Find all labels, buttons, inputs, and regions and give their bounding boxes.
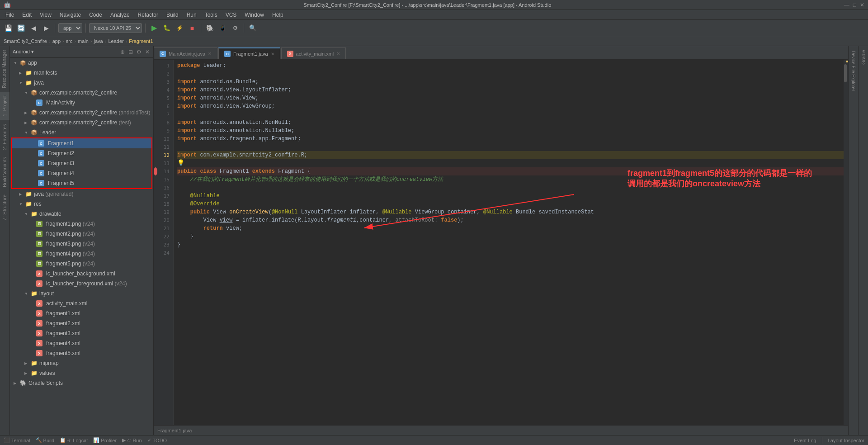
sync-icon[interactable]: ⊕ <box>119 48 126 56</box>
tree-item-fragment4-xml[interactable]: X fragment4.xml <box>10 338 153 348</box>
tree-item-fragment1-xml[interactable]: X fragment1.xml <box>10 308 153 318</box>
breadcrumb-main[interactable]: main <box>78 38 89 44</box>
tree-item-activity-main-xml[interactable]: X activity_main.xml <box>10 298 153 308</box>
todo-status[interactable]: ✓ TODO <box>147 437 167 443</box>
android-dropdown[interactable]: Android ▾ <box>13 49 34 55</box>
breadcrumb-project[interactable]: SmartCity2_Confire <box>4 38 47 44</box>
vertical-scrollbar[interactable] <box>844 60 848 425</box>
close-panel-icon[interactable]: ✕ <box>144 48 151 56</box>
close-button[interactable]: ✕ <box>860 2 864 8</box>
run-config-dropdown[interactable]: app <box>58 23 82 33</box>
menu-item-help[interactable]: Help <box>269 11 287 19</box>
tree-item-mainactivity[interactable]: C MainActivity <box>10 98 153 108</box>
tab-close-icon[interactable]: ✕ <box>271 52 274 57</box>
breadcrumb-leader[interactable]: Leader <box>108 38 123 44</box>
tree-item-java[interactable]: ▼ 📁 java <box>10 78 153 88</box>
tree-item-java-generated[interactable]: ▶ 📁 java (generated) <box>10 189 153 199</box>
tree-item-layout[interactable]: ▼ 📁 layout <box>10 289 153 298</box>
tree-item-fragment4-png[interactable]: 🖼 fragment4.png (v24) <box>10 249 153 259</box>
tab-fragment1[interactable]: C Fragment1.java ✕ <box>218 47 280 59</box>
menu-item-build[interactable]: Build <box>163 11 182 19</box>
tree-item-androidtest[interactable]: ▶ 📦 com.example.smartcity2_confire (andr… <box>10 108 153 118</box>
tree-item-ic-launcher-fg[interactable]: X ic_launcher_foreground.xml (v24) <box>10 279 153 289</box>
logcat-status[interactable]: 📋 6: Logcat <box>60 437 88 443</box>
tree-item-fragment4[interactable]: C Fragment4 <box>12 168 151 178</box>
back-button[interactable]: ◀ <box>28 23 39 33</box>
forward-button[interactable]: ▶ <box>41 23 52 33</box>
tab-activity-main[interactable]: X activity_main.xml ✕ <box>281 47 346 59</box>
tree-item-gradle-scripts[interactable]: ▶ 🐘 Gradle Scripts <box>10 378 153 388</box>
avd-button[interactable]: 📱 <box>217 23 228 33</box>
tree-item-com-example[interactable]: ▼ 📦 com.example.smartcity2_confire <box>10 88 153 98</box>
tree-item-res[interactable]: ▼ 📁 res <box>10 199 153 209</box>
tree-item-fragment5-xml[interactable]: X fragment5.xml <box>10 348 153 358</box>
layout-inspector-status[interactable]: Layout Inspector <box>828 438 864 443</box>
menu-item-edit[interactable]: Edit <box>19 11 35 19</box>
breadcrumb-fragment1[interactable]: Fragment1 <box>129 38 153 44</box>
run-button[interactable]: ▶ <box>149 23 160 33</box>
menu-item-tools[interactable]: Tools <box>201 11 221 19</box>
project-panel-label[interactable]: 1: Project <box>0 92 9 120</box>
scrollbar-thumb[interactable] <box>844 64 847 82</box>
collapse-all-icon[interactable]: ⊟ <box>127 48 134 56</box>
menu-item-window[interactable]: Window <box>241 11 268 19</box>
minimize-button[interactable]: — <box>844 2 849 8</box>
tab-close-icon[interactable]: ✕ <box>336 51 340 56</box>
menu-item-code[interactable]: Code <box>85 11 106 19</box>
menu-item-navigate[interactable]: Navigate <box>56 11 85 19</box>
profiler-status[interactable]: 📊 Profiler <box>93 437 117 443</box>
save-button[interactable]: 💾 <box>3 23 14 33</box>
tree-item-app[interactable]: ▼ 📦 app <box>10 58 153 68</box>
menu-item-vcs[interactable]: VCS <box>222 11 241 19</box>
tree-item-fragment2-xml[interactable]: X fragment2.xml <box>10 318 153 328</box>
menu-item-refactor[interactable]: Refactor <box>134 11 162 19</box>
tree-item-fragment2-png[interactable]: 🖼 fragment2.png (v24) <box>10 229 153 239</box>
tree-item-mipmap[interactable]: ▶ 📁 mipmap <box>10 358 153 368</box>
stop-button[interactable]: ■ <box>187 23 198 33</box>
sync-button[interactable]: 🔄 <box>15 23 26 33</box>
sync-gradle-button[interactable]: 🐘 <box>204 23 215 33</box>
tree-item-drawable[interactable]: ▼ 📁 drawable <box>10 209 153 219</box>
settings-icon[interactable]: ⚙ <box>136 48 142 56</box>
tree-item-leader[interactable]: ▼ 📦 Leader <box>10 128 153 137</box>
debug-button[interactable]: 🐛 <box>161 23 172 33</box>
device-file-explorer-label[interactable]: Device File Explorer <box>849 48 858 94</box>
tree-item-fragment3-png[interactable]: 🖼 fragment3.png (v24) <box>10 239 153 249</box>
structure-panel-label[interactable]: Z: Structure <box>0 191 9 224</box>
tree-item-fragment5[interactable]: C Fragment5 <box>12 178 151 188</box>
run-status[interactable]: ▶ 4: Run <box>122 437 142 443</box>
tree-item-fragment2[interactable]: C Fragment2 <box>12 148 151 158</box>
gradle-label[interactable]: Gradle <box>859 46 868 68</box>
tab-mainactivity[interactable]: C MainActivity.java ✕ <box>154 47 217 59</box>
tree-item-manifests[interactable]: ▶ 📁 manifests <box>10 68 153 78</box>
tree-item-fragment3-xml[interactable]: X fragment3.xml <box>10 328 153 338</box>
maximize-button[interactable]: □ <box>853 2 856 8</box>
tab-close-icon[interactable]: ✕ <box>208 51 212 56</box>
device-dropdown[interactable]: Nexus 10 API 25 <box>89 23 142 33</box>
search-everywhere-button[interactable]: 🔍 <box>247 23 258 33</box>
code-content[interactable]: package Leader; import android.os.Bundle… <box>174 60 848 425</box>
breadcrumb-java[interactable]: java <box>94 38 103 44</box>
breadcrumb-app[interactable]: app <box>52 38 61 44</box>
tree-item-fragment5-png[interactable]: 🖼 fragment5.png (v24) <box>10 259 153 269</box>
tree-item-values[interactable]: ▶ 📁 values <box>10 368 153 378</box>
tree-item-fragment1-png[interactable]: 🖼 fragment1.png (v24) <box>10 219 153 229</box>
profile-button[interactable]: ⚡ <box>174 23 185 33</box>
terminal-status[interactable]: ⬛ Terminal <box>4 437 30 443</box>
menu-item-file[interactable]: File <box>2 11 18 19</box>
build-variants-panel-label[interactable]: Build Variants <box>0 153 9 191</box>
tree-item-fragment3[interactable]: C Fragment3 <box>12 158 151 168</box>
favorites-panel-label[interactable]: 2: Favorites <box>0 120 9 153</box>
event-log-status[interactable]: Event Log <box>794 438 816 443</box>
tree-item-fragment1[interactable]: C Fragment1 <box>12 138 151 148</box>
tree-item-ic-launcher-bg[interactable]: X ic_launcher_background.xml <box>10 269 153 279</box>
tree-item-test[interactable]: ▶ 📦 com.example.smartcity2_confire (test… <box>10 118 153 128</box>
build-status[interactable]: 🔨 Build <box>36 437 54 443</box>
menu-item-view[interactable]: View <box>36 11 55 19</box>
resource-manager-panel-label[interactable]: Resource Manager <box>0 46 9 92</box>
breadcrumb-src[interactable]: src <box>66 38 73 44</box>
code-editor[interactable]: 1 2 3 4 5 6 7 8 9 10 11 12 13 14 15 16 1… <box>154 60 848 425</box>
sdk-button[interactable]: ⚙ <box>230 23 241 33</box>
menu-item-analyze[interactable]: Analyze <box>107 11 133 19</box>
menu-item-run[interactable]: Run <box>183 11 200 19</box>
